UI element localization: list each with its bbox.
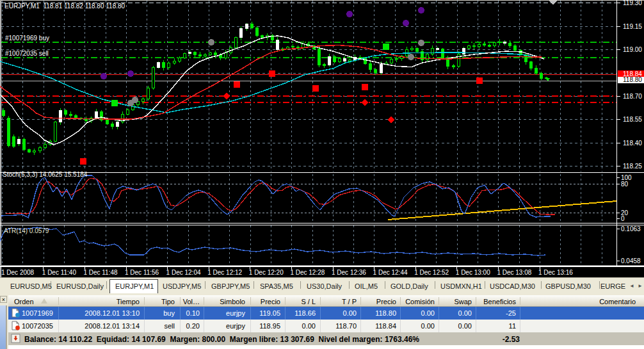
- svg-text:1 Dec 11:48: 1 Dec 11:48: [83, 269, 118, 276]
- svg-text:0: 0: [621, 215, 625, 222]
- svg-text:80: 80: [621, 181, 629, 188]
- svg-text:0.1063: 0.1063: [621, 225, 641, 232]
- svg-text:#10071969 buy: #10071969 buy: [5, 35, 49, 42]
- svg-text:119.00: 119.00: [623, 46, 642, 53]
- svg-text:118.40: 118.40: [623, 140, 642, 147]
- svg-text:1 Dec 2008: 1 Dec 2008: [1, 269, 35, 276]
- svg-text:118.70: 118.70: [623, 93, 642, 100]
- svg-text:0.0458: 0.0458: [621, 257, 641, 264]
- svg-text:1 Dec 13:00: 1 Dec 13:00: [456, 269, 490, 276]
- svg-text:1 Dec 11:56: 1 Dec 11:56: [125, 269, 159, 276]
- svg-text:119.30: 119.30: [623, 0, 642, 6]
- svg-text:1 Dec 13:16: 1 Dec 13:16: [538, 269, 573, 276]
- svg-text:Stoch(5,3,3) 14.0625 15.5184: Stoch(5,3,3) 14.0625 15.5184: [3, 171, 88, 178]
- svg-text:ATR(14) 0.0579: ATR(14) 0.0579: [4, 227, 49, 234]
- svg-text:119.15: 119.15: [623, 23, 642, 30]
- svg-text:1 Dec 11:40: 1 Dec 11:40: [42, 269, 77, 276]
- svg-text:1 Dec 12:12: 1 Dec 12:12: [207, 269, 242, 276]
- svg-text:118.80: 118.80: [623, 76, 642, 83]
- svg-text:1 Dec 13:08: 1 Dec 13:08: [497, 269, 531, 276]
- svg-text:#10072035 sell: #10072035 sell: [5, 50, 49, 57]
- svg-text:118.55: 118.55: [623, 116, 642, 123]
- svg-text:1 Dec 12:04: 1 Dec 12:04: [166, 269, 201, 276]
- svg-text:1 Dec 12:52: 1 Dec 12:52: [414, 269, 449, 276]
- svg-text:1 Dec 12:44: 1 Dec 12:44: [373, 269, 408, 276]
- svg-text:EURJPY,M1 118.81 118.82 118.8: EURJPY,M1 118.81 118.82 118.80 118.80: [4, 3, 125, 10]
- svg-text:1 Dec 12:28: 1 Dec 12:28: [290, 269, 325, 276]
- svg-text:1 Dec 12:36: 1 Dec 12:36: [332, 269, 366, 276]
- svg-text:118.25: 118.25: [623, 163, 642, 170]
- svg-text:1 Dec 12:20: 1 Dec 12:20: [249, 269, 284, 276]
